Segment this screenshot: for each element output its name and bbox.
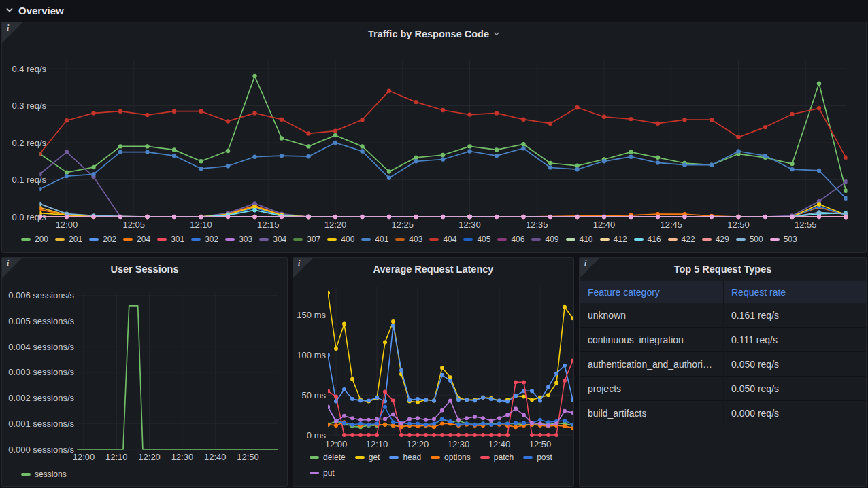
feature-category-cell: authentication_and_authori… bbox=[580, 359, 723, 370]
x-axis-tick-label: 12:45 bbox=[660, 220, 682, 230]
legend-swatch bbox=[89, 238, 99, 241]
legend-item-options[interactable]: options bbox=[431, 453, 471, 462]
legend-label: 200 bbox=[35, 234, 48, 244]
legend-label: 202 bbox=[103, 234, 116, 244]
legend-swatch bbox=[123, 238, 133, 241]
legend-item-201[interactable]: 201 bbox=[55, 234, 82, 244]
legend-label: 412 bbox=[614, 234, 627, 244]
series-line-sessions bbox=[77, 306, 278, 449]
legend-item-400[interactable]: 400 bbox=[327, 234, 354, 244]
y-axis-tick-label: 150 ms bbox=[297, 310, 326, 320]
legend-label: head bbox=[403, 453, 421, 462]
legend-item-500[interactable]: 500 bbox=[736, 234, 763, 244]
y-axis-tick-label: 50 ms bbox=[302, 390, 327, 400]
y-axis-tick-label: 0.004 sessions/s bbox=[8, 342, 74, 352]
legend-swatch bbox=[293, 238, 303, 241]
legend-item-301[interactable]: 301 bbox=[157, 234, 184, 244]
latency-chart[interactable]: 0 ms50 ms100 ms150 ms12:0012:1012:2012:3… bbox=[293, 258, 574, 451]
x-axis-tick-label: 12:40 bbox=[593, 220, 616, 230]
y-axis-tick-label: 0.3 req/s bbox=[12, 101, 46, 111]
legend-label: 416 bbox=[648, 234, 661, 244]
legend-item-sessions[interactable]: sessions bbox=[21, 470, 67, 479]
legend-swatch bbox=[310, 456, 319, 459]
legend-swatch bbox=[634, 238, 644, 241]
legend-item-410[interactable]: 410 bbox=[566, 234, 593, 244]
legend-swatch bbox=[361, 238, 371, 241]
legend-swatch bbox=[480, 456, 490, 459]
legend-item-post[interactable]: post bbox=[523, 453, 552, 462]
x-axis-tick-label: 12:25 bbox=[391, 220, 414, 230]
x-axis-tick-label: 12:35 bbox=[526, 220, 548, 230]
legend-label: 304 bbox=[273, 234, 286, 244]
legend-item-429[interactable]: 429 bbox=[702, 234, 729, 244]
legend-item-405[interactable]: 405 bbox=[463, 234, 490, 244]
legend-label: 410 bbox=[580, 234, 593, 244]
y-axis-tick-label: 100 ms bbox=[297, 350, 326, 360]
legend-swatch bbox=[395, 238, 405, 241]
x-axis-tick-label: 12:50 bbox=[237, 452, 259, 462]
series-line-401 bbox=[40, 143, 846, 198]
x-axis-tick-label: 12:50 bbox=[529, 439, 552, 449]
legend-item-422[interactable]: 422 bbox=[668, 234, 695, 244]
legend-label: 401 bbox=[375, 234, 388, 244]
x-axis-tick-label: 12:10 bbox=[366, 439, 388, 449]
column-header-request-rate[interactable]: Request rate bbox=[723, 287, 866, 298]
series-line-head bbox=[328, 326, 573, 402]
legend-swatch bbox=[327, 238, 337, 241]
legend-swatch bbox=[259, 238, 269, 241]
legend-item-401[interactable]: 401 bbox=[361, 234, 388, 244]
legend-label: sessions bbox=[35, 470, 67, 479]
legend-item-404[interactable]: 404 bbox=[429, 234, 456, 244]
feature-category-cell: unknown bbox=[580, 310, 723, 321]
legend-item-307[interactable]: 307 bbox=[293, 234, 320, 244]
panel-sessions: i User Sessions 0.000 sessions/s0.001 se… bbox=[1, 257, 288, 487]
traffic-chart[interactable]: 0.0 req/s0.1 req/s0.2 req/s0.3 req/s0.4 … bbox=[2, 22, 867, 232]
legend-item-304[interactable]: 304 bbox=[259, 234, 286, 244]
request-rate-cell: 0.050 req/s bbox=[723, 383, 866, 394]
x-axis-tick-label: 12:15 bbox=[257, 220, 280, 230]
legend-label: 400 bbox=[341, 234, 354, 244]
legend-swatch bbox=[702, 238, 712, 241]
legend-swatch bbox=[431, 456, 440, 459]
legend-item-200[interactable]: 200 bbox=[21, 234, 48, 244]
legend-label: 500 bbox=[750, 234, 763, 244]
series-line-200 bbox=[40, 76, 846, 191]
legend-swatch bbox=[600, 238, 610, 241]
legend-item-302[interactable]: 302 bbox=[191, 234, 218, 244]
legend-label: 204 bbox=[137, 234, 150, 244]
overview-row-header[interactable]: Overview bbox=[0, 0, 64, 20]
chevron-down-icon bbox=[5, 6, 14, 14]
legend-swatch bbox=[497, 238, 507, 241]
legend-item-202[interactable]: 202 bbox=[89, 234, 116, 244]
legend-item-412[interactable]: 412 bbox=[600, 234, 627, 244]
panel-title-top5[interactable]: Top 5 Request Types bbox=[580, 258, 866, 281]
sessions-chart[interactable]: 0.000 sessions/s0.001 sessions/s0.002 se… bbox=[2, 258, 288, 467]
legend-item-patch[interactable]: patch bbox=[480, 453, 514, 462]
legend-label: 503 bbox=[784, 234, 797, 244]
legend-label: 302 bbox=[205, 234, 218, 244]
request-rate-cell: 0.050 req/s bbox=[723, 359, 866, 370]
legend-item-head[interactable]: head bbox=[389, 453, 421, 462]
legend-label: 429 bbox=[716, 234, 729, 244]
legend-item-416[interactable]: 416 bbox=[634, 234, 661, 244]
legend-label: 404 bbox=[443, 234, 456, 244]
legend-item-503[interactable]: 503 bbox=[770, 234, 797, 244]
legend-item-204[interactable]: 204 bbox=[123, 234, 150, 244]
legend-item-delete[interactable]: delete bbox=[310, 453, 346, 462]
legend-label: 422 bbox=[682, 234, 695, 244]
y-axis-tick-label: 0.002 sessions/s bbox=[8, 393, 74, 403]
y-axis-tick-label: 0.001 sessions/s bbox=[8, 419, 74, 429]
column-header-feature-category[interactable]: Feature category bbox=[580, 287, 723, 298]
series-line-get bbox=[328, 293, 573, 402]
legend-item-406[interactable]: 406 bbox=[497, 234, 524, 244]
traffic-legend: 2002012022043013023033043074004014034044… bbox=[21, 234, 862, 244]
legend-item-get[interactable]: get bbox=[355, 453, 380, 462]
legend-label: post bbox=[537, 453, 552, 462]
x-axis-tick-label: 12:10 bbox=[105, 452, 128, 462]
legend-item-303[interactable]: 303 bbox=[225, 234, 252, 244]
legend-item-put[interactable]: put bbox=[310, 468, 335, 478]
legend-item-409[interactable]: 409 bbox=[531, 234, 558, 244]
legend-item-403[interactable]: 403 bbox=[395, 234, 422, 244]
x-axis-tick-label: 12:10 bbox=[190, 220, 212, 230]
feature-category-cell: continuous_integration bbox=[580, 334, 723, 345]
